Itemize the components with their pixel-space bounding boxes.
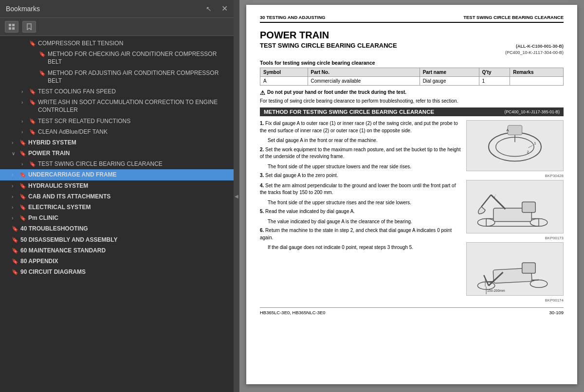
panel-divider[interactable]: [234, 0, 239, 392]
svg-rect-2: [9, 27, 11, 30]
step-5: 5. Read the value indicated by dial gaug…: [260, 208, 462, 215]
tree-item-test-cooling-fan[interactable]: › 🔖 TEST COOLING FAN SPEED: [0, 86, 234, 97]
toolbar-bookmark-button[interactable]: [22, 21, 36, 33]
svg-rect-3: [12, 27, 15, 30]
tree-item-appendix[interactable]: 🔖 80 APPENDIX: [0, 256, 234, 267]
svg-text:1: 1: [534, 141, 536, 145]
tree-item-undercarriage-frame[interactable]: › 🔖 UNDERCARRIAGE AND FRAME: [0, 169, 234, 180]
tree-item-disassembly[interactable]: 🔖 50 DISASSEMBLY AND ASSEMBLY: [0, 234, 234, 245]
tree-item-pm-clinic[interactable]: › 🔖 Pm CLINIC: [0, 213, 234, 223]
header-left: 30 TESTING AND ADJUSTING: [260, 15, 325, 20]
tree-item-compressor-belt-tension[interactable]: 🔖 COMPRESSOR BELT TENSION: [0, 38, 234, 49]
bookmark-icon: 🔖: [12, 268, 18, 276]
bookmark-icon: 🔖: [12, 258, 18, 265]
tree-item-test-swing-circle[interactable]: › 🔖 TEST SWING CIRCLE BEARING CLEARANCE: [0, 159, 234, 169]
warning-box: ⚠ Do not put your hand or foot under the…: [260, 89, 564, 96]
warning-icon: ⚠: [260, 89, 265, 96]
bookmark-icon: 🔖: [39, 51, 46, 58]
svg-text:150-200mm: 150-200mm: [487, 289, 505, 292]
doc-page: 30 TESTING AND ADJUSTING TEST SWING CIRC…: [246, 5, 577, 384]
item-text: 40 TROUBLESHOOTING: [20, 225, 232, 232]
col-qty: Q'ty: [479, 68, 510, 77]
step-1: 1. Fix dial gauge A to outer race (1) or…: [260, 120, 462, 134]
item-text: CLEAN AdBlue/DEF TANK: [38, 128, 232, 136]
tools-subtitle: Tools for testing swing circle bearing c…: [260, 60, 564, 66]
tree-item-write-ash-soot[interactable]: › 🔖 WRITE ASH IN SOOT ACCUMULATION CORRE…: [0, 97, 234, 115]
doc-footer: HB365LC-3E0, HB365NLC-3E0 30-109: [260, 307, 564, 315]
expand-arrow: ›: [21, 161, 28, 168]
doc-subsection-title: TEST SWING CIRCLE BEARING CLEARANCE (ALL…: [260, 42, 564, 49]
note-text: For testing of swing circle bearing clea…: [260, 98, 564, 104]
method-header: METHOD FOR TESTING SWING CIRCLE BEARING …: [260, 107, 564, 116]
bookmark-icon: 🔖: [12, 225, 18, 232]
item-text: METHOD FOR ADJUSTING AIR CONDITIONER COM…: [48, 69, 232, 85]
expand-arrow: ›: [12, 183, 18, 190]
expand-arrow: ›: [21, 89, 28, 95]
bookmark-icon: 🔖: [29, 99, 36, 106]
tree-item-troubleshooting[interactable]: 🔖 40 TROUBLESHOOTING: [0, 223, 234, 234]
tree-item-power-train[interactable]: ∨ 🔖 POWER TRAIN: [0, 148, 234, 159]
bookmark-icon: 🔖: [29, 88, 36, 95]
item-text: METHOD FOR CHECKING AIR CONDITIONER COMP…: [48, 50, 232, 66]
tree-item-adjusting-air-conditioner[interactable]: 🔖 METHOD FOR ADJUSTING AIR CONDITIONER C…: [0, 68, 234, 86]
tree-item-clean-adblue[interactable]: › 🔖 CLEAN AdBlue/DEF TANK: [0, 126, 234, 137]
expand-arrow: ›: [21, 118, 28, 125]
tree-item-circuit-diagrams[interactable]: 🔖 90 CIRCUIT DIAGRAMS: [0, 267, 234, 277]
item-text: 50 DISASSEMBLY AND ASSEMBLY: [20, 236, 232, 244]
svg-rect-26: [522, 263, 535, 273]
img-caption-1: BKP30428: [466, 174, 564, 178]
item-text: 60 MAINTENANCE STANDARD: [20, 247, 232, 254]
bookmark-icon: 🔖: [39, 70, 46, 77]
bookmarks-header: Bookmarks ↖ ✕: [0, 0, 234, 18]
step-2-sub: The front side of the upper structure lo…: [268, 163, 462, 171]
item-text: TEST SWING CIRCLE BEARING CLEARANCE: [38, 160, 232, 168]
bookmark-icon: 🔖: [12, 247, 18, 254]
tree-item-hybrid-system[interactable]: › 🔖 HYBRID SYSTEM: [0, 137, 234, 148]
step-5-sub: The value indicated by dial gauge A is t…: [268, 218, 462, 226]
step-2: 2. Set the work equipment to the maximum…: [260, 146, 462, 160]
footer-right: 30-109: [549, 310, 564, 315]
table-row: A Commercially available Dial gauge 1: [260, 77, 564, 86]
col-partno: Part No.: [308, 68, 420, 77]
item-text: CAB AND ITS ATTACHMENTS: [28, 193, 232, 200]
close-button[interactable]: ✕: [221, 5, 228, 13]
tree-item-cab-attachments[interactable]: › 🔖 CAB AND ITS ATTACHMENTS: [0, 191, 234, 202]
step-1-sub: Set dial gauge A in the front or rear of…: [268, 137, 462, 144]
image-3: 150-200mm: [466, 242, 564, 296]
item-text: POWER TRAIN: [28, 149, 232, 157]
item-text: WRITE ASH IN SOOT ACCUMULATION CORRECTIO…: [38, 98, 232, 114]
tree-item-checking-air-conditioner[interactable]: 🔖 METHOD FOR CHECKING AIR CONDITIONER CO…: [0, 49, 234, 67]
bookmark-icon: 🔖: [29, 118, 36, 125]
image-1: A 1 2: [466, 120, 564, 171]
images-col: A 1 2 BKP30428: [466, 120, 564, 303]
step-4-sub: The front side of the upper structure ri…: [268, 199, 462, 207]
img-caption-3: BKP00174: [466, 298, 564, 303]
tree-item-electrical-system[interactable]: › 🔖 ELECTRICAL SYSTEM: [0, 202, 234, 213]
expand-arrow: ›: [12, 140, 18, 146]
item-text: HYBRID SYSTEM: [28, 139, 232, 146]
image-2: [466, 180, 564, 233]
expand-arrow: ›: [12, 215, 18, 222]
item-text: UNDERCARRIAGE AND FRAME: [28, 171, 232, 178]
img-caption-2: BKP00173: [466, 236, 564, 240]
bookmarks-toolbar: [0, 18, 234, 36]
bookmark-icon: 🔖: [19, 193, 26, 200]
header-right: TEST SWING CIRCLE BEARING CLEARANCE: [463, 15, 564, 20]
bookmark-icon: 🔖: [29, 128, 36, 136]
step-3: 3. Set dial gauge A to the zero point.: [260, 172, 462, 179]
doc-section-title: POWER TRAIN: [260, 30, 564, 41]
tree-item-test-scr[interactable]: › 🔖 TEST SCR RELATED FUNCTIONS: [0, 116, 234, 126]
tree-item-hydraulic-system[interactable]: › 🔖 HYDRAULIC SYSTEM: [0, 180, 234, 191]
tree-item-maintenance[interactable]: 🔖 60 MAINTENANCE STANDARD: [0, 245, 234, 256]
svg-rect-7: [508, 125, 522, 135]
step-6: 6. Return the machine to the state in st…: [260, 227, 462, 241]
item-text: 90 CIRCUIT DIAGRAMS: [20, 268, 232, 276]
bookmark-icon: 🔖: [29, 160, 36, 168]
toolbar-grid-button[interactable]: [5, 21, 18, 33]
step-6-sub: If the dial gauge does not indicate 0 po…: [268, 244, 462, 251]
item-text: TEST COOLING FAN SPEED: [38, 88, 232, 95]
item-text: HYDRAULIC SYSTEM: [28, 182, 232, 190]
expand-arrow: ›: [12, 204, 18, 211]
item-text: ELECTRICAL SYSTEM: [28, 203, 232, 211]
expand-arrow: ∨: [12, 150, 18, 157]
